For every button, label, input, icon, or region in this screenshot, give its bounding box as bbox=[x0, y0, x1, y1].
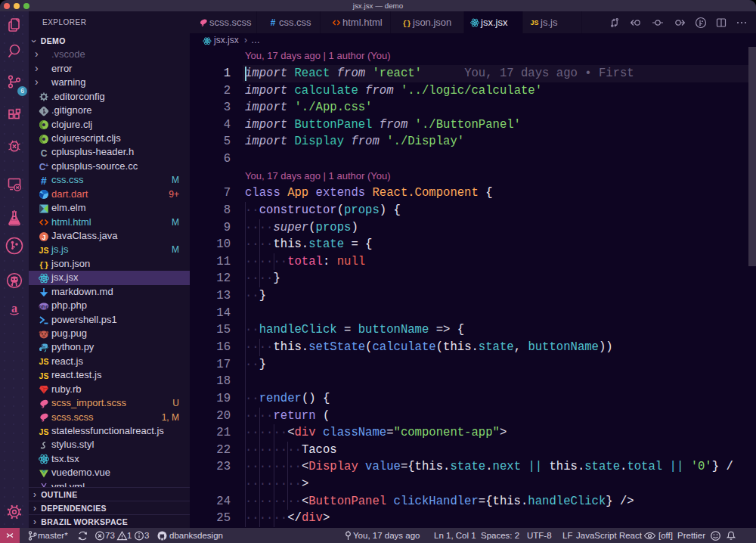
svg-text:+: + bbox=[45, 162, 49, 169]
svg-text:C: C bbox=[41, 147, 48, 158]
svg-text:#: # bbox=[271, 17, 276, 28]
svg-text:a: a bbox=[11, 302, 17, 315]
svg-text:JS: JS bbox=[39, 371, 49, 380]
svg-text:{}: {} bbox=[402, 19, 411, 27]
svg-text:{}: {} bbox=[39, 261, 48, 270]
svg-text:JS: JS bbox=[39, 246, 49, 255]
svg-text:#: # bbox=[41, 175, 47, 187]
svg-text:JS: JS bbox=[531, 19, 539, 26]
svg-text:J: J bbox=[42, 233, 45, 240]
svg-text:JS: JS bbox=[39, 427, 49, 436]
svg-text:php: php bbox=[39, 303, 49, 309]
svg-text:JS: JS bbox=[39, 357, 49, 366]
